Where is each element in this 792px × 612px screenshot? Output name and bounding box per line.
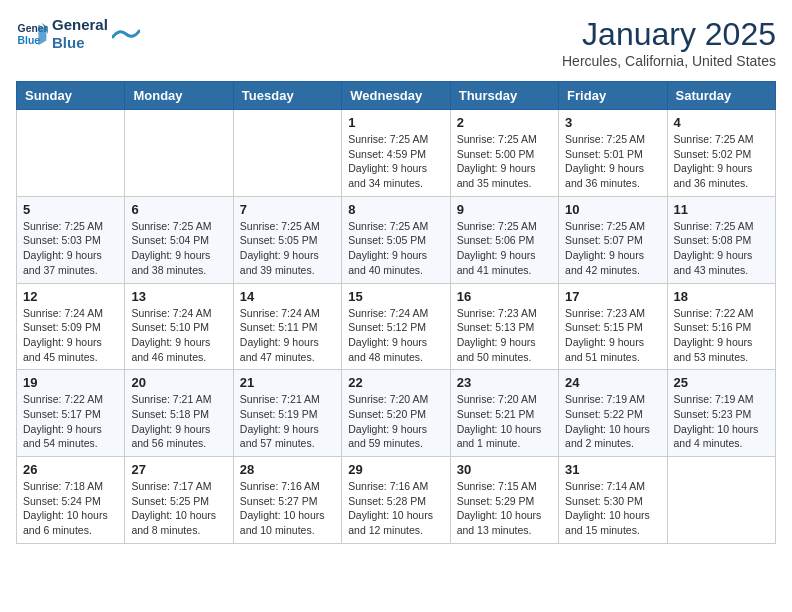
day-number: 4 [674, 115, 769, 130]
day-number: 11 [674, 202, 769, 217]
calendar-cell [233, 110, 341, 197]
day-info: Sunrise: 7:25 AM Sunset: 5:05 PM Dayligh… [240, 219, 335, 278]
calendar-header-thursday: Thursday [450, 82, 558, 110]
page-subtitle: Hercules, California, United States [562, 53, 776, 69]
calendar-cell: 21Sunrise: 7:21 AM Sunset: 5:19 PM Dayli… [233, 370, 341, 457]
day-number: 3 [565, 115, 660, 130]
day-info: Sunrise: 7:24 AM Sunset: 5:09 PM Dayligh… [23, 306, 118, 365]
page-title: January 2025 [562, 16, 776, 53]
day-info: Sunrise: 7:25 AM Sunset: 5:08 PM Dayligh… [674, 219, 769, 278]
day-number: 20 [131, 375, 226, 390]
calendar-cell: 13Sunrise: 7:24 AM Sunset: 5:10 PM Dayli… [125, 283, 233, 370]
day-info: Sunrise: 7:22 AM Sunset: 5:16 PM Dayligh… [674, 306, 769, 365]
day-number: 7 [240, 202, 335, 217]
day-number: 12 [23, 289, 118, 304]
day-info: Sunrise: 7:21 AM Sunset: 5:19 PM Dayligh… [240, 392, 335, 451]
day-number: 19 [23, 375, 118, 390]
calendar-cell: 20Sunrise: 7:21 AM Sunset: 5:18 PM Dayli… [125, 370, 233, 457]
day-number: 29 [348, 462, 443, 477]
day-info: Sunrise: 7:16 AM Sunset: 5:27 PM Dayligh… [240, 479, 335, 538]
svg-text:Blue: Blue [18, 35, 41, 46]
day-number: 17 [565, 289, 660, 304]
day-info: Sunrise: 7:25 AM Sunset: 5:07 PM Dayligh… [565, 219, 660, 278]
day-number: 23 [457, 375, 552, 390]
calendar-header-wednesday: Wednesday [342, 82, 450, 110]
calendar-cell: 24Sunrise: 7:19 AM Sunset: 5:22 PM Dayli… [559, 370, 667, 457]
day-number: 10 [565, 202, 660, 217]
day-number: 13 [131, 289, 226, 304]
calendar-cell: 26Sunrise: 7:18 AM Sunset: 5:24 PM Dayli… [17, 457, 125, 544]
day-number: 22 [348, 375, 443, 390]
day-info: Sunrise: 7:24 AM Sunset: 5:12 PM Dayligh… [348, 306, 443, 365]
calendar-cell: 30Sunrise: 7:15 AM Sunset: 5:29 PM Dayli… [450, 457, 558, 544]
day-number: 2 [457, 115, 552, 130]
calendar-cell: 25Sunrise: 7:19 AM Sunset: 5:23 PM Dayli… [667, 370, 775, 457]
day-info: Sunrise: 7:20 AM Sunset: 5:21 PM Dayligh… [457, 392, 552, 451]
day-number: 26 [23, 462, 118, 477]
day-info: Sunrise: 7:25 AM Sunset: 5:06 PM Dayligh… [457, 219, 552, 278]
day-number: 25 [674, 375, 769, 390]
day-number: 31 [565, 462, 660, 477]
day-info: Sunrise: 7:23 AM Sunset: 5:13 PM Dayligh… [457, 306, 552, 365]
day-number: 6 [131, 202, 226, 217]
day-info: Sunrise: 7:25 AM Sunset: 5:00 PM Dayligh… [457, 132, 552, 191]
day-info: Sunrise: 7:22 AM Sunset: 5:17 PM Dayligh… [23, 392, 118, 451]
calendar-cell: 5Sunrise: 7:25 AM Sunset: 5:03 PM Daylig… [17, 196, 125, 283]
day-number: 14 [240, 289, 335, 304]
calendar-cell: 31Sunrise: 7:14 AM Sunset: 5:30 PM Dayli… [559, 457, 667, 544]
calendar-header-saturday: Saturday [667, 82, 775, 110]
day-info: Sunrise: 7:25 AM Sunset: 5:01 PM Dayligh… [565, 132, 660, 191]
calendar-week-row: 12Sunrise: 7:24 AM Sunset: 5:09 PM Dayli… [17, 283, 776, 370]
day-info: Sunrise: 7:18 AM Sunset: 5:24 PM Dayligh… [23, 479, 118, 538]
calendar-cell: 9Sunrise: 7:25 AM Sunset: 5:06 PM Daylig… [450, 196, 558, 283]
calendar-cell: 7Sunrise: 7:25 AM Sunset: 5:05 PM Daylig… [233, 196, 341, 283]
day-info: Sunrise: 7:25 AM Sunset: 4:59 PM Dayligh… [348, 132, 443, 191]
calendar-cell [17, 110, 125, 197]
day-info: Sunrise: 7:14 AM Sunset: 5:30 PM Dayligh… [565, 479, 660, 538]
calendar-cell: 11Sunrise: 7:25 AM Sunset: 5:08 PM Dayli… [667, 196, 775, 283]
day-number: 8 [348, 202, 443, 217]
calendar-header-monday: Monday [125, 82, 233, 110]
day-number: 27 [131, 462, 226, 477]
day-number: 1 [348, 115, 443, 130]
logo: General Blue General Blue GeneralBlue [16, 16, 140, 52]
day-info: Sunrise: 7:19 AM Sunset: 5:23 PM Dayligh… [674, 392, 769, 451]
day-number: 15 [348, 289, 443, 304]
day-number: 30 [457, 462, 552, 477]
day-info: Sunrise: 7:25 AM Sunset: 5:05 PM Dayligh… [348, 219, 443, 278]
day-info: Sunrise: 7:16 AM Sunset: 5:28 PM Dayligh… [348, 479, 443, 538]
calendar-cell: 15Sunrise: 7:24 AM Sunset: 5:12 PM Dayli… [342, 283, 450, 370]
calendar-week-row: 26Sunrise: 7:18 AM Sunset: 5:24 PM Dayli… [17, 457, 776, 544]
calendar-cell: 1Sunrise: 7:25 AM Sunset: 4:59 PM Daylig… [342, 110, 450, 197]
logo-text: GeneralBlue [52, 16, 108, 52]
day-number: 28 [240, 462, 335, 477]
calendar-header-row: SundayMondayTuesdayWednesdayThursdayFrid… [17, 82, 776, 110]
day-number: 16 [457, 289, 552, 304]
logo-icon: General Blue [16, 18, 48, 50]
day-info: Sunrise: 7:25 AM Sunset: 5:04 PM Dayligh… [131, 219, 226, 278]
calendar-cell: 4Sunrise: 7:25 AM Sunset: 5:02 PM Daylig… [667, 110, 775, 197]
day-info: Sunrise: 7:24 AM Sunset: 5:11 PM Dayligh… [240, 306, 335, 365]
header: General Blue General Blue GeneralBlue Ja… [16, 16, 776, 69]
calendar-cell: 23Sunrise: 7:20 AM Sunset: 5:21 PM Dayli… [450, 370, 558, 457]
day-number: 21 [240, 375, 335, 390]
calendar-week-row: 19Sunrise: 7:22 AM Sunset: 5:17 PM Dayli… [17, 370, 776, 457]
day-number: 24 [565, 375, 660, 390]
calendar-header-friday: Friday [559, 82, 667, 110]
day-info: Sunrise: 7:20 AM Sunset: 5:20 PM Dayligh… [348, 392, 443, 451]
calendar-cell: 6Sunrise: 7:25 AM Sunset: 5:04 PM Daylig… [125, 196, 233, 283]
calendar-cell [667, 457, 775, 544]
day-info: Sunrise: 7:24 AM Sunset: 5:10 PM Dayligh… [131, 306, 226, 365]
calendar-cell: 28Sunrise: 7:16 AM Sunset: 5:27 PM Dayli… [233, 457, 341, 544]
calendar-cell: 14Sunrise: 7:24 AM Sunset: 5:11 PM Dayli… [233, 283, 341, 370]
calendar-header-sunday: Sunday [17, 82, 125, 110]
day-info: Sunrise: 7:15 AM Sunset: 5:29 PM Dayligh… [457, 479, 552, 538]
calendar-cell: 18Sunrise: 7:22 AM Sunset: 5:16 PM Dayli… [667, 283, 775, 370]
calendar-week-row: 1Sunrise: 7:25 AM Sunset: 4:59 PM Daylig… [17, 110, 776, 197]
day-number: 18 [674, 289, 769, 304]
calendar-table: SundayMondayTuesdayWednesdayThursdayFrid… [16, 81, 776, 544]
day-info: Sunrise: 7:25 AM Sunset: 5:03 PM Dayligh… [23, 219, 118, 278]
day-info: Sunrise: 7:19 AM Sunset: 5:22 PM Dayligh… [565, 392, 660, 451]
calendar-cell: 17Sunrise: 7:23 AM Sunset: 5:15 PM Dayli… [559, 283, 667, 370]
calendar-cell: 8Sunrise: 7:25 AM Sunset: 5:05 PM Daylig… [342, 196, 450, 283]
